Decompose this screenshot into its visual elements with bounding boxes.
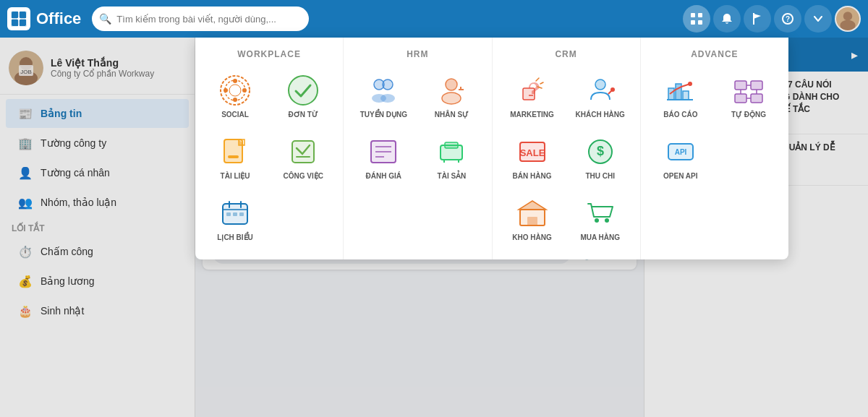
menu-item-baocao[interactable]: BÁO CÁO xyxy=(648,68,713,125)
thuchi-label: THU CHI xyxy=(585,172,615,181)
menu-item-banhang[interactable]: SALE BÁN HÀNG xyxy=(500,129,565,186)
hrm-title: HRM xyxy=(351,49,484,59)
help-button[interactable]: ? xyxy=(774,5,801,33)
svg-rect-57 xyxy=(239,212,244,216)
svg-point-37 xyxy=(233,79,237,83)
mega-menu: WORKPLACE SOCIAL xyxy=(195,38,788,259)
svg-rect-55 xyxy=(226,212,231,216)
svg-point-36 xyxy=(229,85,241,96)
mega-col-workplace: WORKPLACE SOCIAL xyxy=(195,38,344,259)
danhgia-icon xyxy=(367,135,400,168)
svg-rect-5 xyxy=(691,13,695,17)
nhansu-label: NHÂN SỰ xyxy=(435,111,469,119)
marketing-label: MARKETING xyxy=(510,111,554,119)
crm-title: CRM xyxy=(500,49,633,59)
tailieu-label: TÀI LIỆU xyxy=(221,172,250,181)
workplace-title: WORKPLACE xyxy=(203,49,336,59)
taisan-label: TÀI SẢN xyxy=(438,172,467,181)
khachhang-label: KHÁCH HÀNG xyxy=(576,111,625,119)
svg-rect-77 xyxy=(445,142,458,148)
svg-rect-7 xyxy=(691,20,695,25)
thuchi-icon: $ xyxy=(584,135,617,168)
search-input[interactable] xyxy=(92,7,309,31)
menu-item-muahang[interactable]: MUA HÀNG xyxy=(568,191,633,248)
mega-col-hrm: HRM TUYỂN DỤNG xyxy=(344,38,492,259)
app-logo[interactable]: Office xyxy=(7,7,81,30)
svg-point-100 xyxy=(605,218,609,223)
lichbieu-icon xyxy=(218,197,252,230)
svg-rect-105 xyxy=(751,81,762,90)
menu-item-nhansu[interactable]: NHÂN SỰ xyxy=(419,68,484,125)
social-icon xyxy=(218,74,252,107)
menu-item-taisan[interactable]: TÀI SẢN xyxy=(419,129,484,186)
menu-item-openapi[interactable]: API OPEN API xyxy=(648,129,713,186)
svg-rect-107 xyxy=(735,94,746,103)
khohang-icon xyxy=(516,197,549,230)
svg-rect-45 xyxy=(228,155,239,158)
mega-col-crm: CRM MARKETING xyxy=(493,38,641,259)
tudong-label: TỰ ĐỘNG xyxy=(731,111,766,119)
advance-grid: BÁO CÁO xyxy=(648,68,781,186)
tailieu-icon xyxy=(218,135,252,168)
user-avatar[interactable] xyxy=(835,6,861,32)
menu-item-khohang[interactable]: KHO HÀNG xyxy=(500,191,565,248)
svg-point-63 xyxy=(380,94,395,103)
dropdown-button[interactable] xyxy=(804,5,832,33)
tudong-icon xyxy=(732,74,765,107)
svg-point-99 xyxy=(595,218,599,223)
notifications-button[interactable] xyxy=(713,5,741,33)
menu-item-donthu[interactable]: ĐƠN TỪ xyxy=(271,68,336,125)
mega-col-advance: ADVANCE BÁO CÁO xyxy=(641,38,788,259)
banhang-label: BÁN HÀNG xyxy=(513,172,552,181)
menu-item-lichbieu[interactable]: LỊCH BIỂU xyxy=(203,191,268,248)
lichbieu-label: LỊCH BIỂU xyxy=(217,233,253,242)
taisan-icon xyxy=(435,135,468,168)
search-icon: 🔍 xyxy=(99,13,111,25)
menu-item-thuchi[interactable]: $ THU CHI xyxy=(568,129,633,186)
svg-point-38 xyxy=(233,98,237,102)
donthu-label: ĐƠN TỪ xyxy=(289,111,318,119)
marketing-icon xyxy=(516,74,549,107)
menu-item-tuyendung[interactable]: TUYỂN DỤNG xyxy=(351,68,416,125)
hrm-grid: TUYỂN DỤNG NHÂN SỰ xyxy=(351,68,484,186)
menu-item-danhgia[interactable]: ĐÁNH GIÁ xyxy=(351,129,416,186)
workplace-grid: SOCIAL ĐƠN TỪ xyxy=(203,68,336,248)
search-container: 🔍 xyxy=(92,7,309,31)
logo-icon xyxy=(7,7,30,30)
svg-text:$: $ xyxy=(597,144,604,158)
app-name: Office xyxy=(36,9,81,28)
svg-rect-2 xyxy=(11,20,18,27)
advance-title: ADVANCE xyxy=(648,49,781,59)
congviec-label: CÔNG VIỆC xyxy=(283,172,323,181)
topnav: Office 🔍 xyxy=(0,0,868,38)
svg-point-87 xyxy=(610,87,615,92)
openapi-icon: API xyxy=(664,135,697,168)
social-label: SOCIAL xyxy=(221,111,249,119)
svg-rect-8 xyxy=(698,20,702,25)
svg-rect-0 xyxy=(11,11,18,18)
svg-rect-109 xyxy=(751,94,762,103)
banhang-icon: SALE xyxy=(516,135,549,168)
menu-item-tudong[interactable]: TỰ ĐỘNG xyxy=(716,68,781,125)
congviec-icon xyxy=(286,135,320,168)
muahang-label: MUA HÀNG xyxy=(580,233,620,242)
svg-rect-98 xyxy=(527,217,537,225)
grid-menu-button[interactable] xyxy=(683,5,710,33)
crm-grid: MARKETING KHÁCH HÀNG xyxy=(500,68,633,248)
menu-item-marketing[interactable]: MARKETING xyxy=(500,68,565,125)
baocao-icon xyxy=(664,74,697,107)
menu-item-khachhang[interactable]: KHÁCH HÀNG xyxy=(568,68,633,125)
svg-text:API: API xyxy=(674,148,686,156)
nhansu-icon xyxy=(435,74,468,107)
menu-item-tailieu[interactable]: TÀI LIỆU xyxy=(203,129,268,186)
svg-point-39 xyxy=(224,88,228,93)
menu-item-congviec[interactable]: CÔNG VIỆC xyxy=(271,129,336,186)
svg-point-14 xyxy=(840,20,855,30)
svg-text:SALE: SALE xyxy=(519,147,545,158)
svg-point-40 xyxy=(242,88,247,93)
donthu-icon xyxy=(286,74,320,107)
menu-item-social[interactable]: SOCIAL xyxy=(203,68,268,125)
tuyendung-label: TUYỂN DỤNG xyxy=(360,111,407,119)
flag-button[interactable] xyxy=(744,5,771,33)
topnav-icons: ? xyxy=(683,5,861,33)
